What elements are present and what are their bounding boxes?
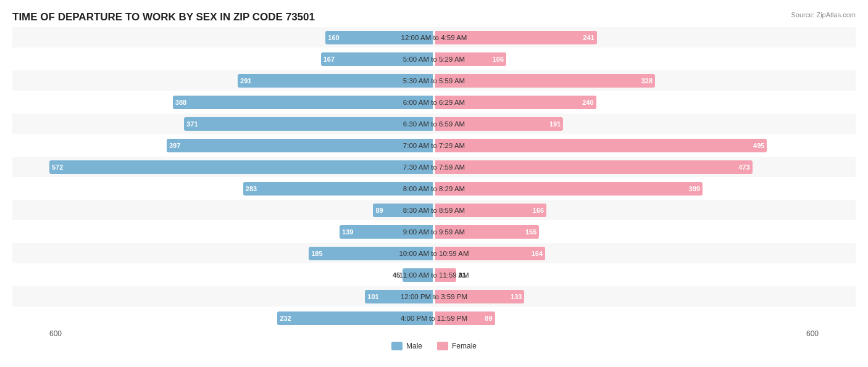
male-value-inside: 160 <box>325 34 339 41</box>
female-value-inside: 191 <box>549 120 563 128</box>
left-bar-wrap: 45 <box>49 268 434 282</box>
female-bar: 399 <box>435 182 703 196</box>
female-value-inside: 106 <box>493 56 506 63</box>
male-value-inside: 388 <box>173 99 186 106</box>
male-bar: 397 <box>167 139 433 152</box>
male-bar <box>403 268 433 282</box>
female-bar: 473 <box>435 160 753 174</box>
left-bar-wrap: 371 <box>49 117 434 131</box>
chart-area: 16012:00 AM to 4:59 AM2411675:00 AM to 5… <box>12 27 856 328</box>
male-bar: 185 <box>309 247 433 260</box>
male-value-inside: 232 <box>277 315 291 322</box>
left-bar-wrap: 291 <box>49 74 434 88</box>
male-value-outside: 45 <box>393 271 400 279</box>
bars-wrap: 5727:30 AM to 7:59 AM473 <box>49 157 819 177</box>
female-bar: 495 <box>435 139 767 152</box>
right-bar-wrap: 240 <box>434 96 819 109</box>
legend: Male Female <box>12 342 856 350</box>
footer-row: 600 600 <box>12 329 856 338</box>
chart-row: 2838:00 AM to 8:29 AM399 <box>12 178 856 199</box>
male-value-inside: 185 <box>309 250 322 257</box>
male-value-inside: 139 <box>340 228 353 236</box>
source-text: Source: ZipAtlas.com <box>791 11 856 19</box>
female-value-outside: 31 <box>459 271 466 279</box>
left-bar-wrap: 397 <box>49 139 434 152</box>
legend-female-label: Female <box>452 342 477 350</box>
chart-row: 3716:30 AM to 6:59 AM191 <box>12 113 856 134</box>
right-bar-wrap: 191 <box>434 117 819 131</box>
chart-row: 16012:00 AM to 4:59 AM241 <box>12 27 856 47</box>
male-value-inside: 291 <box>238 77 251 85</box>
chart-row: 3977:00 AM to 7:29 AM495 <box>12 135 856 155</box>
male-bar: 388 <box>173 96 433 109</box>
bars-wrap: 1399:00 AM to 9:59 AM155 <box>49 221 819 242</box>
male-value-inside: 572 <box>49 163 63 171</box>
bars-wrap: 898:30 AM to 8:59 AM166 <box>49 200 819 220</box>
female-value-inside: 495 <box>753 142 767 149</box>
chart-container: TIME OF DEPARTURE TO WORK BY SEX IN ZIP … <box>0 0 868 367</box>
bars-wrap: 18510:00 AM to 10:59 AM164 <box>49 243 819 263</box>
legend-female: Female <box>437 342 477 350</box>
male-value-inside: 101 <box>365 293 378 300</box>
bars-wrap: 16012:00 AM to 4:59 AM241 <box>49 27 819 47</box>
right-bar-wrap: 495 <box>434 139 819 152</box>
chart-row: 3886:00 AM to 6:29 AM240 <box>12 92 856 112</box>
male-bar: 371 <box>184 117 433 131</box>
male-value-inside: 397 <box>167 142 180 149</box>
bars-wrap: 3716:30 AM to 6:59 AM191 <box>49 113 819 134</box>
male-value-inside: 283 <box>243 185 257 192</box>
bars-wrap: 2838:00 AM to 8:29 AM399 <box>49 178 819 199</box>
male-bar: 139 <box>340 225 433 239</box>
female-bar: 133 <box>435 290 524 303</box>
female-bar: 166 <box>435 204 546 217</box>
female-bar: 191 <box>435 117 563 131</box>
female-value-inside: 241 <box>583 34 596 41</box>
chart-row: 1675:00 AM to 5:29 AM106 <box>12 49 856 69</box>
left-bar-wrap: 139 <box>49 225 434 239</box>
female-value-inside: 89 <box>485 315 495 322</box>
left-bar-wrap: 283 <box>49 182 434 196</box>
female-bar <box>435 268 456 282</box>
legend-female-box <box>437 342 448 350</box>
left-bar-wrap: 232 <box>49 311 434 325</box>
female-value-inside: 166 <box>533 207 546 214</box>
chart-row: 4511:00 AM to 11:59 AM31 <box>12 265 856 285</box>
legend-male-box <box>391 342 403 350</box>
footer-left: 600 <box>49 329 62 338</box>
right-bar-wrap: 31 <box>434 268 819 282</box>
right-bar-wrap: 133 <box>434 290 819 303</box>
male-bar: 232 <box>277 311 433 325</box>
male-bar: 572 <box>49 160 433 174</box>
female-bar: 328 <box>435 74 655 88</box>
legend-male: Male <box>391 342 422 350</box>
chart-title: TIME OF DEPARTURE TO WORK BY SEX IN ZIP … <box>12 11 856 23</box>
right-bar-wrap: 399 <box>434 182 819 196</box>
chart-row: 2324:00 PM to 11:59 PM89 <box>12 308 856 328</box>
chart-row: 5727:30 AM to 7:59 AM473 <box>12 157 856 177</box>
female-bar: 155 <box>435 225 539 239</box>
female-bar: 106 <box>435 52 506 66</box>
male-value-inside: 89 <box>373 207 383 214</box>
female-value-inside: 155 <box>525 228 539 236</box>
right-bar-wrap: 164 <box>434 247 819 260</box>
left-bar-wrap: 160 <box>49 31 434 44</box>
male-bar: 283 <box>243 182 433 196</box>
female-value-inside: 164 <box>532 250 545 257</box>
female-bar: 240 <box>435 96 596 109</box>
chart-row: 1399:00 AM to 9:59 AM155 <box>12 221 856 242</box>
right-bar-wrap: 241 <box>434 31 819 44</box>
male-bar: 160 <box>325 31 433 44</box>
left-bar-wrap: 185 <box>49 247 434 260</box>
bars-wrap: 2324:00 PM to 11:59 PM89 <box>49 308 819 328</box>
bars-wrap: 1675:00 AM to 5:29 AM106 <box>49 49 819 69</box>
left-bar-wrap: 388 <box>49 96 434 109</box>
male-bar: 291 <box>238 74 433 88</box>
male-bar: 101 <box>365 290 433 303</box>
right-bar-wrap: 106 <box>434 52 819 66</box>
female-value-inside: 399 <box>689 185 703 192</box>
chart-row: 18510:00 AM to 10:59 AM164 <box>12 243 856 263</box>
left-bar-wrap: 572 <box>49 160 434 174</box>
left-bar-wrap: 101 <box>49 290 434 303</box>
male-bar: 89 <box>373 204 433 217</box>
female-value-inside: 328 <box>641 77 655 85</box>
